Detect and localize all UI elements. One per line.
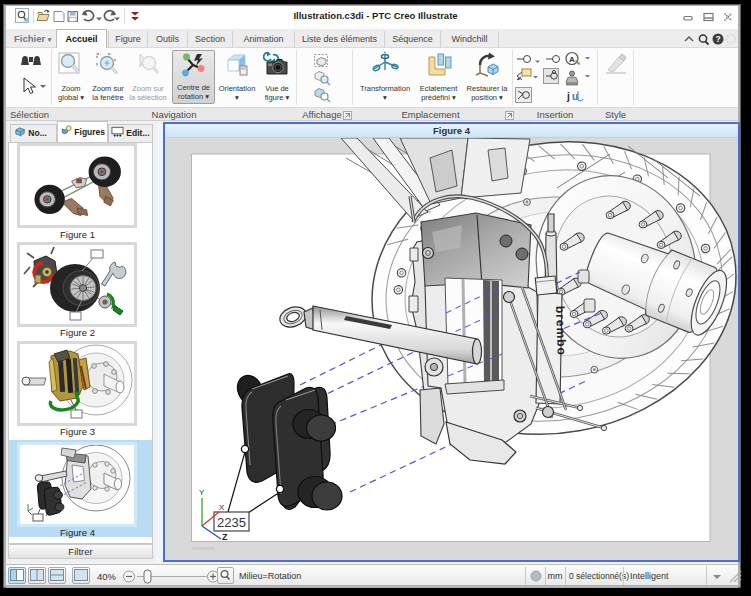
svg-text:j: j	[566, 91, 570, 102]
svg-text:brembo: brembo	[553, 306, 569, 356]
svg-text:Z: Z	[222, 532, 228, 542]
svg-text:Arbortext: Arbortext	[192, 545, 215, 551]
svg-text:u: u	[572, 91, 578, 102]
svg-text:Y: Y	[199, 488, 205, 497]
svg-text:A: A	[569, 55, 575, 64]
svg-text:X: X	[219, 503, 225, 512]
svg-text:2235: 2235	[217, 515, 246, 530]
svg-text:?: ?	[715, 34, 720, 44]
